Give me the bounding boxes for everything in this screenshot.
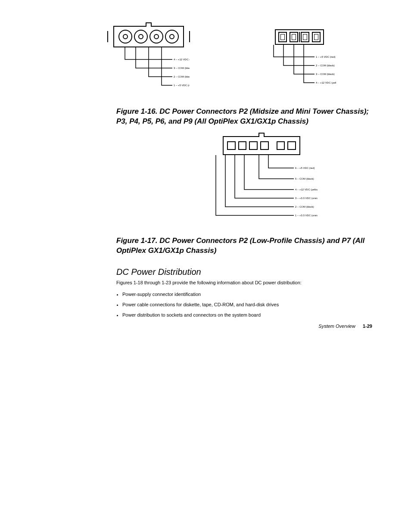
pin6-pin — [260, 141, 269, 150]
section-bullets: Power-supply connector identification Po… — [119, 289, 372, 320]
manual-page: 4 – +12 VDC (yellow) 3 – COM (black) 2 –… — [0, 0, 411, 346]
text-column: Figure 1-17. DC Power Connectors P2 (Low… — [116, 236, 372, 320]
molex-pin — [149, 30, 163, 44]
pin6-pin — [238, 141, 247, 150]
page-footer: System Overview 1-29 — [318, 324, 372, 329]
page-number: 1-29 — [363, 324, 372, 329]
fig16-right-callout-tree: 1 – +5 VDC (red) 2 – COM (black) 3 – COM… — [263, 45, 336, 92]
pin-label: 1 – +5 VDC (red) — [316, 56, 336, 58]
pin6-pin — [227, 141, 236, 150]
pin-label: 6 – +5 VDC (red) — [295, 167, 315, 169]
text-column: Figure 1-16. DC Power Connectors P2 (Mid… — [116, 107, 372, 127]
floppy-pin — [278, 32, 287, 42]
pin6-pin — [287, 141, 296, 150]
pin-label: 3 – COM (black) — [174, 67, 190, 69]
molex-pin — [165, 30, 179, 44]
floppy-pin — [301, 32, 309, 42]
molex-4pin-connector-icon — [113, 26, 184, 47]
list-item: Power cable connections for diskette, ta… — [122, 299, 372, 310]
molex-pin — [118, 30, 132, 44]
floppy-4pin-connector-icon — [275, 29, 324, 45]
section-intro: Figures 1-18 through 1-23 provide the fo… — [116, 280, 372, 286]
pin-label: 5 – COM (black) — [295, 177, 314, 180]
list-item: Power-supply connector identification — [122, 289, 372, 299]
fig16-left-callout-tree: 4 – +12 VDC (yellow) 3 – COM (black) 2 –… — [108, 47, 190, 95]
section-heading: DC Power Distribution — [116, 267, 372, 277]
pin6-pin — [249, 141, 258, 150]
pin-label: 1 – +3.3 VDC (orange) — [295, 214, 318, 217]
floppy-pin — [290, 32, 298, 42]
fig16-right-connector-wrap: 1 – +5 VDC (red) 2 – COM (black) 3 – COM… — [263, 29, 336, 95]
pin-label: 4 – +12 VDC (yellow) — [174, 58, 190, 61]
pin-label: 2 – COM (black) — [295, 205, 314, 208]
pin-label: 2 – COM (black) — [316, 64, 335, 67]
fig17-callout-tree: 6 – +5 VDC (red) 5 – COM (black) 4 – +12… — [206, 155, 318, 224]
figure-1-17: 6 – +5 VDC (red) 5 – COM (black) 4 – +12… — [151, 136, 372, 224]
figure-1-16: 4 – +12 VDC (yellow) 3 – COM (black) 2 –… — [108, 26, 372, 95]
six-pin-connector-icon — [223, 136, 300, 155]
pin-label: 2 – COM (black) — [174, 75, 190, 78]
pin-label: 4 – +12 VDC (yellow) — [316, 81, 336, 84]
pin-label: 3 – +3.3 VDC (orange) — [295, 197, 318, 199]
list-item: Power distribution to sockets and connec… — [122, 310, 372, 320]
figure-1-16-caption: Figure 1-16. DC Power Connectors P2 (Mid… — [116, 107, 372, 127]
pin-label: 4 – +12 VDC (yellow) — [295, 188, 318, 191]
molex-pin — [134, 30, 148, 44]
floppy-pin — [312, 32, 321, 42]
pin-label: 1 – +5 VDC (red) — [174, 84, 190, 87]
pin-label: 3 – COM (black) — [316, 73, 335, 75]
pin6-pin — [277, 141, 285, 150]
fig16-left-connector-wrap: 4 – +12 VDC (yellow) 3 – COM (black) 2 –… — [108, 26, 190, 95]
figure-1-17-caption: Figure 1-17. DC Power Connectors P2 (Low… — [116, 236, 372, 256]
footer-title: System Overview — [318, 324, 355, 329]
